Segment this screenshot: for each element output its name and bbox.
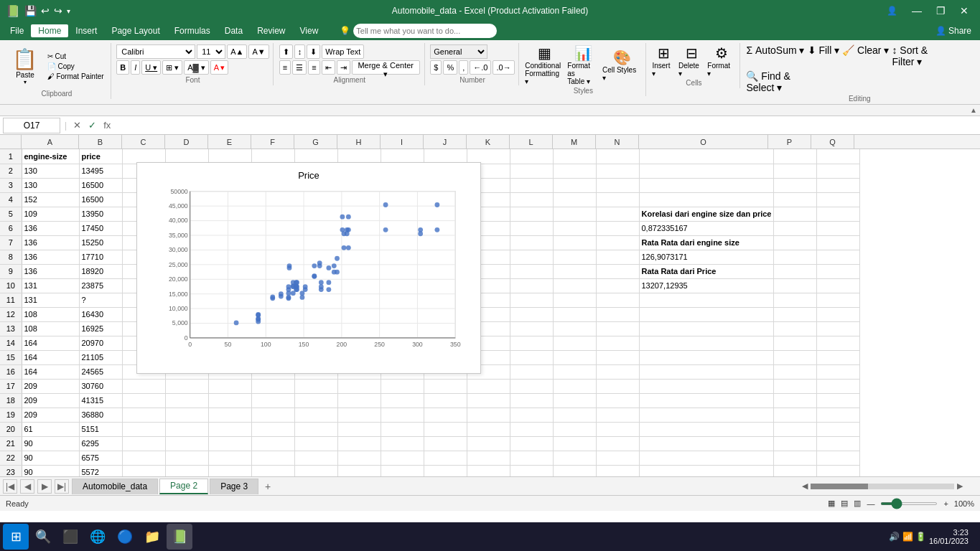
cell[interactable] <box>381 465 424 476</box>
cell[interactable]: 209 <box>22 379 79 393</box>
row-header[interactable]: 13 <box>0 321 22 336</box>
cell[interactable] <box>553 264 596 278</box>
cell[interactable] <box>596 465 639 476</box>
cell[interactable] <box>337 408 381 422</box>
indent-decrease-btn[interactable]: ⇤ <box>322 60 335 75</box>
cell[interactable] <box>553 307 596 321</box>
quick-access-save[interactable]: 💾 <box>24 5 37 17</box>
sheet-tab-page2[interactable]: Page 2 <box>159 479 208 494</box>
cell[interactable] <box>208 422 251 436</box>
cell[interactable] <box>510 393 553 408</box>
cell[interactable] <box>510 379 553 393</box>
cell[interactable] <box>251 393 294 408</box>
row-header[interactable]: 23 <box>0 465 22 476</box>
cell[interactable] <box>774 350 817 364</box>
cell[interactable] <box>596 221 639 235</box>
cell[interactable] <box>774 307 817 321</box>
cell[interactable] <box>122 451 165 465</box>
row-header[interactable]: 22 <box>0 451 22 465</box>
cell[interactable]: 13495 <box>79 164 122 178</box>
view-normal-btn[interactable]: ▦ <box>828 499 835 508</box>
horizontal-scrollbar[interactable] <box>811 484 954 489</box>
col-header-L[interactable]: L <box>510 135 553 149</box>
cell[interactable] <box>553 408 596 422</box>
percent-btn[interactable]: % <box>443 60 457 75</box>
find-select-btn[interactable]: 🔍 Find &Select ▾ <box>746 70 790 93</box>
cell[interactable] <box>596 235 639 250</box>
increase-font-btn[interactable]: A▲ <box>227 44 247 59</box>
cut-button[interactable]: ✂Cut <box>45 52 106 61</box>
quick-access-dropdown[interactable]: ▾ <box>67 7 70 15</box>
cell[interactable] <box>596 321 639 336</box>
quick-access-redo[interactable]: ↪ <box>54 5 62 17</box>
align-bottom-btn[interactable]: ⬇ <box>307 44 320 59</box>
cell[interactable]: 131 <box>22 278 79 293</box>
cell[interactable]: 108 <box>22 321 79 336</box>
cell[interactable] <box>596 207 639 221</box>
cell[interactable] <box>467 465 510 476</box>
number-format-select[interactable]: General <box>430 44 487 59</box>
tab-nav-last[interactable]: ▶| <box>55 479 69 494</box>
col-header-F[interactable]: F <box>251 135 294 149</box>
decrease-decimal-btn[interactable]: ←.0 <box>470 60 491 75</box>
cell[interactable] <box>337 465 381 476</box>
col-header-J[interactable]: J <box>424 135 467 149</box>
tab-nav-prev[interactable]: ◀ <box>20 479 34 494</box>
window-minimize[interactable]: — <box>906 4 928 18</box>
wrap-text-btn[interactable]: Wrap Text <box>322 44 364 59</box>
cell[interactable] <box>774 408 817 422</box>
cell[interactable] <box>596 250 639 264</box>
cell[interactable] <box>639 293 774 307</box>
cell[interactable] <box>510 451 553 465</box>
view-page-btn[interactable]: ▤ <box>841 499 848 508</box>
underline-btn[interactable]: U ▾ <box>141 60 161 75</box>
cell[interactable] <box>381 379 424 393</box>
sheet-tab-page3[interactable]: Page 3 <box>210 479 258 494</box>
cell[interactable] <box>510 192 553 207</box>
cell[interactable]: Rata Rata dari Price <box>639 264 774 278</box>
cell[interactable] <box>639 465 774 476</box>
cell[interactable] <box>639 408 774 422</box>
row-header[interactable]: 18 <box>0 393 22 408</box>
row-header[interactable]: 16 <box>0 364 22 379</box>
cell[interactable] <box>510 364 553 379</box>
col-header-C[interactable]: C <box>122 135 165 149</box>
cell[interactable]: 109 <box>22 207 79 221</box>
cell[interactable] <box>208 465 251 476</box>
cell[interactable] <box>639 307 774 321</box>
cell[interactable] <box>639 422 774 436</box>
cell[interactable] <box>337 436 381 451</box>
cell[interactable]: 20970 <box>79 336 122 350</box>
cell[interactable] <box>774 149 817 164</box>
cell[interactable] <box>208 393 251 408</box>
cell[interactable]: 5151 <box>79 422 122 436</box>
cell[interactable]: engine-size <box>22 149 79 164</box>
row-header[interactable]: 19 <box>0 408 22 422</box>
conditional-formatting-btn[interactable]: ▦ ConditionalFormatting ▾ <box>525 44 564 85</box>
bold-btn[interactable]: B <box>116 60 129 75</box>
cell[interactable] <box>251 408 294 422</box>
cell-reference-input[interactable] <box>3 118 60 133</box>
cell[interactable]: 18920 <box>79 264 122 278</box>
menu-file[interactable]: File <box>3 24 31 37</box>
cell[interactable] <box>596 393 639 408</box>
cell[interactable] <box>817 307 860 321</box>
cell[interactable]: 136 <box>22 221 79 235</box>
sheet-tab-automobile[interactable]: Automobile_data <box>72 479 158 494</box>
cell[interactable]: Rata Rata dari engine size <box>639 235 774 250</box>
row-header[interactable]: 2 <box>0 164 22 178</box>
cell[interactable] <box>553 164 596 178</box>
cell[interactable] <box>774 422 817 436</box>
cell[interactable] <box>424 451 467 465</box>
add-sheet-button[interactable]: + <box>260 479 276 494</box>
col-header-D[interactable]: D <box>165 135 208 149</box>
cell[interactable]: 23875 <box>79 278 122 293</box>
cell[interactable] <box>774 465 817 476</box>
paste-button[interactable]: 📋 Paste ▾ <box>6 44 43 88</box>
menu-review[interactable]: Review <box>250 24 292 37</box>
cell[interactable] <box>817 278 860 293</box>
cell[interactable] <box>817 221 860 235</box>
align-center-btn[interactable]: ☰ <box>292 60 307 75</box>
cell[interactable] <box>774 235 817 250</box>
cell[interactable] <box>774 321 817 336</box>
